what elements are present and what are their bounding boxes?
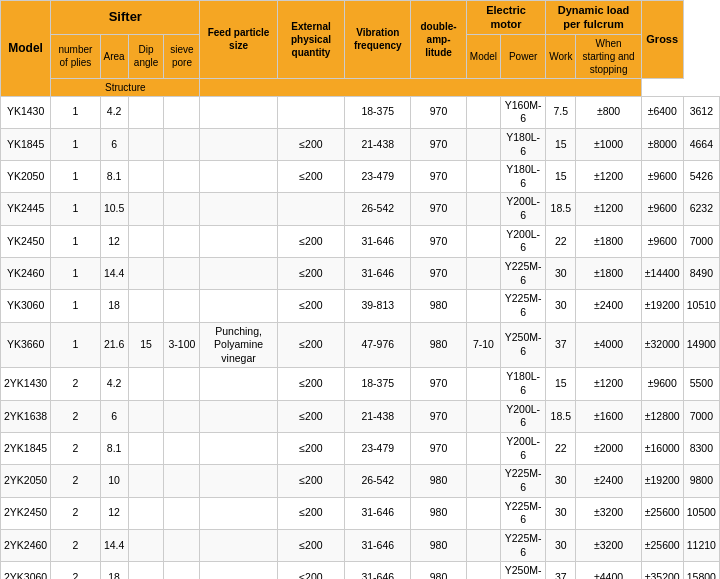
cell-when: ±9600 [641, 161, 683, 193]
cell-power: 30 [546, 258, 576, 290]
cell-sieve [164, 368, 200, 400]
cell-sieve [164, 290, 200, 322]
cell-structure [200, 290, 277, 322]
cell-power: 7.5 [546, 96, 576, 128]
cell-power: 30 [546, 465, 576, 497]
cell-area: 10 [100, 465, 128, 497]
col-motor-group: Electric motor [466, 1, 545, 35]
col-work: Work [546, 34, 576, 78]
cell-ext: 26-542 [345, 193, 411, 225]
cell-amp [466, 161, 500, 193]
cell-when: ±12800 [641, 400, 683, 432]
cell-feed: ≤200 [277, 322, 345, 368]
cell-work: ±1600 [576, 400, 641, 432]
cell-ext: 31-646 [345, 562, 411, 579]
cell-dip [128, 161, 164, 193]
table-row: YK2445110.526-542970Y200L-618.5±1200±960… [1, 193, 720, 225]
cell-ext: 18-375 [345, 96, 411, 128]
table-row: 2YK3060218≤20031-646980Y250M-637±4400±35… [1, 562, 720, 579]
cell-sieve [164, 225, 200, 257]
cell-power: 18.5 [546, 400, 576, 432]
cell-amp [466, 497, 500, 529]
cell-amp [466, 433, 500, 465]
table-row: 2YK2450212≤20031-646980Y225M-630±3200±25… [1, 497, 720, 529]
cell-work: ±1800 [576, 258, 641, 290]
cell-motor-model: Y200L-6 [501, 433, 546, 465]
cell-motor-model: Y200L-6 [501, 225, 546, 257]
cell-plies: 2 [51, 562, 100, 579]
cell-structure [200, 400, 277, 432]
cell-area: 10.5 [100, 193, 128, 225]
cell-freq: 980 [411, 497, 466, 529]
cell-dip [128, 368, 164, 400]
cell-model: 2YK2050 [1, 465, 51, 497]
cell-when: ±25600 [641, 529, 683, 561]
cell-ext: 31-646 [345, 225, 411, 257]
cell-model: 2YK2460 [1, 529, 51, 561]
cell-freq: 980 [411, 465, 466, 497]
cell-ext: 26-542 [345, 465, 411, 497]
cell-structure [200, 225, 277, 257]
cell-work: ±3200 [576, 529, 641, 561]
cell-feed: ≤200 [277, 290, 345, 322]
table-row: YK143014.218-375970Y160M-67.5±800±640036… [1, 96, 720, 128]
cell-area: 14.4 [100, 529, 128, 561]
cell-ext: 47-976 [345, 322, 411, 368]
cell-structure [200, 193, 277, 225]
cell-plies: 2 [51, 529, 100, 561]
cell-feed: ≤200 [277, 400, 345, 432]
cell-model: YK3060 [1, 290, 51, 322]
cell-motor-model: Y225M-6 [501, 465, 546, 497]
cell-when: ±9600 [641, 193, 683, 225]
cell-structure [200, 562, 277, 579]
cell-power: 37 [546, 562, 576, 579]
cell-structure [200, 497, 277, 529]
cell-plies: 2 [51, 497, 100, 529]
cell-power: 30 [546, 529, 576, 561]
col-feed: Feed particle size [200, 1, 277, 79]
cell-sieve [164, 400, 200, 432]
cell-structure [200, 529, 277, 561]
cell-work: ±4400 [576, 562, 641, 579]
table-row: YK2460114.4≤20031-646970Y225M-630±1800±1… [1, 258, 720, 290]
cell-gross: 7000 [683, 225, 719, 257]
cell-model: YK3660 [1, 322, 51, 368]
cell-sieve [164, 433, 200, 465]
cell-model: YK2050 [1, 161, 51, 193]
cell-gross: 6232 [683, 193, 719, 225]
cell-dip [128, 433, 164, 465]
cell-sieve [164, 497, 200, 529]
cell-work: ±2400 [576, 465, 641, 497]
table-row: YK3060118≤20039-813980Y225M-630±2400±192… [1, 290, 720, 322]
cell-dip [128, 465, 164, 497]
cell-when: ±14400 [641, 258, 683, 290]
cell-amp [466, 368, 500, 400]
cell-dip [128, 258, 164, 290]
cell-freq: 980 [411, 529, 466, 561]
cell-feed: ≤200 [277, 529, 345, 561]
cell-power: 15 [546, 128, 576, 160]
cell-area: 4.2 [100, 96, 128, 128]
col-sieve: sieve pore [164, 34, 200, 78]
cell-model: YK2460 [1, 258, 51, 290]
cell-power: 30 [546, 290, 576, 322]
cell-gross: 9800 [683, 465, 719, 497]
table-row: YK184516≤20021-438970Y180L-615±1000±8000… [1, 128, 720, 160]
cell-work: ±800 [576, 96, 641, 128]
cell-area: 6 [100, 128, 128, 160]
cell-plies: 1 [51, 225, 100, 257]
cell-freq: 970 [411, 128, 466, 160]
cell-sieve [164, 562, 200, 579]
col-gross: Gross [641, 1, 683, 79]
cell-area: 6 [100, 400, 128, 432]
cell-ext: 18-375 [345, 368, 411, 400]
table-row: 2YK143024.2≤20018-375970Y180L-615±1200±9… [1, 368, 720, 400]
cell-area: 8.1 [100, 161, 128, 193]
cell-structure [200, 96, 277, 128]
col-structure-label: Structure [51, 78, 200, 96]
cell-dip [128, 562, 164, 579]
cell-sieve [164, 193, 200, 225]
col-plies: number of plies [51, 34, 100, 78]
cell-when: ±32000 [641, 322, 683, 368]
cell-when: ±16000 [641, 433, 683, 465]
